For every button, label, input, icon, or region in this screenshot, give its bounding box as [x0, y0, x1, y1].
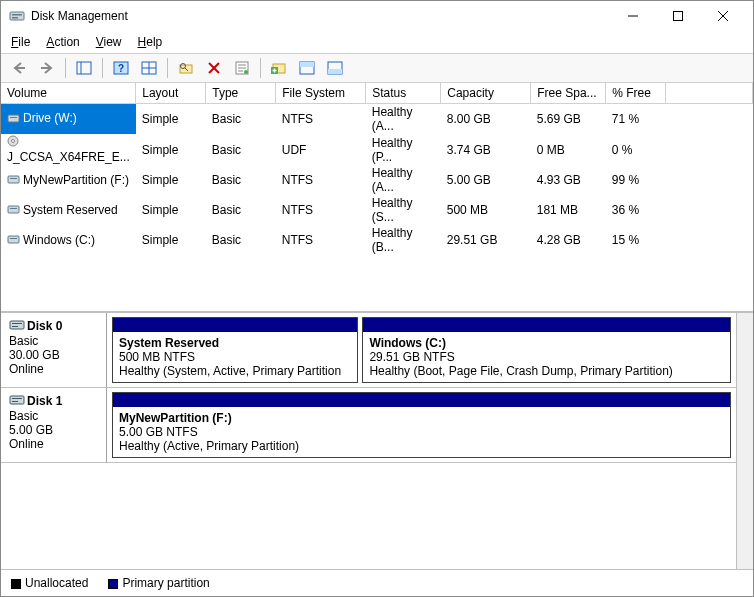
svg-rect-1 [12, 14, 22, 16]
svg-text:?: ? [118, 63, 124, 74]
disk-row: Disk 0Basic30.00 GBOnlineSystem Reserved… [1, 313, 736, 388]
col-layout[interactable]: Layout [136, 83, 206, 104]
app-icon [9, 8, 25, 24]
col-free[interactable]: Free Spa... [531, 83, 606, 104]
minimize-button[interactable] [610, 1, 655, 31]
col-fs[interactable]: File System [276, 83, 366, 104]
forward-button[interactable] [35, 57, 59, 79]
drive-icon [7, 233, 21, 248]
svg-point-25 [244, 70, 248, 74]
svg-rect-47 [10, 396, 24, 404]
window-buttons [610, 1, 745, 31]
settings-button[interactable] [137, 57, 161, 79]
svg-rect-44 [10, 321, 24, 329]
svg-rect-48 [12, 398, 22, 399]
svg-rect-34 [8, 115, 19, 122]
top-view-button[interactable] [295, 57, 319, 79]
volume-row[interactable]: System ReservedSimpleBasicNTFSHealthy (S… [1, 195, 753, 225]
svg-rect-2 [12, 17, 18, 19]
svg-rect-43 [10, 238, 17, 239]
disk-partitions: System Reserved500 MB NTFSHealthy (Syste… [107, 313, 736, 387]
window-title: Disk Management [31, 9, 610, 23]
volume-row[interactable]: MyNewPartition (F:)SimpleBasicNTFSHealth… [1, 165, 753, 195]
menu-action[interactable]: Action [46, 35, 79, 49]
toolbar: ? [1, 54, 753, 83]
volume-list-pane: Volume Layout Type File System Status Ca… [1, 83, 753, 313]
drive-icon [7, 173, 21, 188]
delete-button[interactable] [202, 57, 226, 79]
col-pctfree[interactable]: % Free [606, 83, 666, 104]
legend: Unallocated Primary partition [1, 569, 753, 596]
drive-icon [7, 203, 21, 218]
partition-box[interactable]: System Reserved500 MB NTFSHealthy (Syste… [112, 317, 358, 383]
menu-view[interactable]: View [96, 35, 122, 49]
col-capacity[interactable]: Capacity [441, 83, 531, 104]
svg-rect-0 [10, 12, 24, 20]
menubar: File Action View Help [1, 31, 753, 54]
disk-icon [9, 319, 27, 334]
legend-primary: Primary partition [108, 576, 209, 590]
svg-rect-42 [8, 236, 19, 243]
legend-unallocated: Unallocated [11, 576, 88, 590]
new-button[interactable] [267, 57, 291, 79]
svg-rect-45 [12, 323, 22, 324]
drive-icon [7, 135, 21, 150]
open-button[interactable] [174, 57, 198, 79]
volume-table[interactable]: Volume Layout Type File System Status Ca… [1, 83, 753, 255]
svg-rect-46 [12, 326, 18, 327]
drive-icon [7, 112, 21, 127]
back-button[interactable] [7, 57, 31, 79]
disk-row: Disk 1Basic5.00 GBOnlineMyNewPartition (… [1, 388, 736, 463]
svg-rect-9 [77, 62, 91, 74]
partition-box[interactable]: MyNewPartition (F:)5.00 GB NTFSHealthy (… [112, 392, 731, 458]
properties-button[interactable] [230, 57, 254, 79]
scrollbar[interactable] [736, 313, 753, 569]
svg-rect-38 [8, 176, 19, 183]
svg-rect-49 [12, 401, 18, 402]
svg-rect-41 [10, 208, 17, 209]
disk-info[interactable]: Disk 1Basic5.00 GBOnline [1, 388, 107, 462]
volume-row[interactable]: Drive (W:)SimpleBasicNTFSHealthy (A...8.… [1, 104, 753, 135]
volume-row[interactable]: J_CCSA_X64FRE_E...SimpleBasicUDFHealthy … [1, 134, 753, 165]
close-button[interactable] [700, 1, 745, 31]
menu-file[interactable]: File [11, 35, 30, 49]
col-volume[interactable]: Volume [1, 83, 136, 104]
svg-rect-33 [328, 69, 342, 74]
col-type[interactable]: Type [206, 83, 276, 104]
svg-rect-4 [673, 12, 682, 21]
disk-info[interactable]: Disk 0Basic30.00 GBOnline [1, 313, 107, 387]
col-spacer [666, 83, 753, 104]
disk-list: Disk 0Basic30.00 GBOnlineSystem Reserved… [1, 313, 736, 569]
disk-icon [9, 394, 27, 409]
svg-rect-35 [10, 117, 17, 118]
disk-graphical-pane: Disk 0Basic30.00 GBOnlineSystem Reserved… [1, 313, 753, 569]
disk-partitions: MyNewPartition (F:)5.00 GB NTFSHealthy (… [107, 388, 736, 462]
svg-point-37 [12, 140, 15, 143]
menu-help[interactable]: Help [138, 35, 163, 49]
bottom-view-button[interactable] [323, 57, 347, 79]
col-status[interactable]: Status [366, 83, 441, 104]
maximize-button[interactable] [655, 1, 700, 31]
volume-row[interactable]: Windows (C:)SimpleBasicNTFSHealthy (B...… [1, 225, 753, 255]
help-button[interactable]: ? [109, 57, 133, 79]
svg-rect-39 [10, 178, 17, 179]
svg-rect-31 [300, 62, 314, 67]
partition-box[interactable]: Windows (C:)29.51 GB NTFSHealthy (Boot, … [362, 317, 731, 383]
svg-rect-40 [8, 206, 19, 213]
titlebar: Disk Management [1, 1, 753, 31]
show-hide-console-tree-button[interactable] [72, 57, 96, 79]
